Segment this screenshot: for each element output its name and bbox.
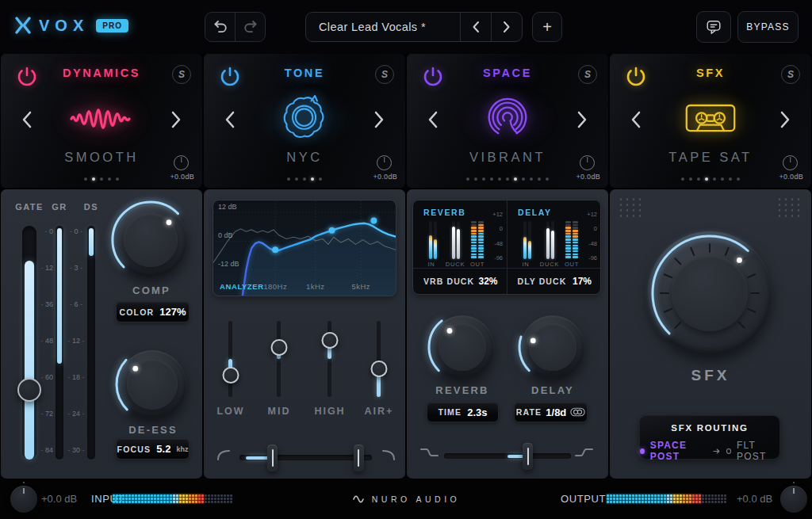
module-rack: DYNAMICS S SMOOTH +0.0dB [0,54,812,479]
dynamics-solo-button[interactable]: S [172,65,191,84]
deess-knob[interactable] [118,350,186,418]
preset-next-button[interactable] [491,13,522,41]
air-label: AIR+ [354,406,404,417]
delay-knob[interactable] [521,315,584,379]
delay-meter-scale: +120-48-96 [581,211,597,261]
reverb-knob[interactable] [431,315,494,379]
top-bar: VOX PRO Clear Lead Vocals * [0,0,812,54]
focus-label: FOCUS [117,445,151,454]
dly-duck-cell[interactable]: DLY DUCK 17% [507,269,601,294]
focus-value-box[interactable]: FOCUS 5.2 khz [116,438,190,460]
dynamics-header: DYNAMICS S SMOOTH +0.0dB [1,54,202,188]
gate-threshold-slider[interactable] [22,226,36,460]
reverb-time-box[interactable]: TIME 2.3s [427,402,499,422]
reverb-meter-scale: +120-48-96 [487,211,503,261]
waveform-icon [1,89,202,149]
bypass-button[interactable]: BYPASS [737,11,799,43]
sfx-routing-box[interactable]: SFX ROUTING SPACE POST FLT POST [639,415,780,460]
dynamics-gain-value: +0.0dB [170,173,194,181]
cassette-tape-icon [610,89,811,149]
flt-post-radio-circle[interactable] [726,448,731,454]
space-solo-button[interactable]: S [578,65,597,84]
input-gain-value: +0.0 dB [41,479,77,519]
delay-label: DELAY [521,384,584,396]
delay-rate-box[interactable]: RATE 1/8d [514,402,588,422]
output-level-meter [607,494,727,504]
vrb-duck-cell[interactable]: VRB DUCK 32% [413,269,507,294]
filter-range-slider[interactable] [239,443,372,473]
tone-gain-knob[interactable] [377,155,392,170]
highpass-handle[interactable] [267,445,278,471]
delay-duck-meter [546,221,550,259]
tone-preset-name[interactable]: NYC [204,150,405,165]
deess-label: DE-ESS [104,424,202,436]
focus-value: 5.2 [156,443,170,455]
output-gain-knob[interactable] [780,486,807,513]
duck-slider[interactable] [444,441,571,471]
redo-button[interactable] [235,13,265,41]
rate-label: RATE [516,407,542,417]
lowpass-handle[interactable] [354,445,364,471]
space-header: SPACE S VIBRANT [407,54,608,188]
deess-meter [87,226,95,460]
space-gain-knob[interactable] [580,155,595,170]
high-slider-handle[interactable] [321,332,338,349]
undo-button[interactable] [205,13,235,41]
comp-knob[interactable] [114,204,187,277]
delay-in-meter [523,221,527,259]
low-band-slider[interactable] [228,321,232,397]
rate-value: 1/8d [546,406,566,418]
sfx-gain-knob[interactable] [783,155,798,170]
gate-meter-label: GATE [15,202,44,212]
gr-meter-label: GR [45,202,74,212]
sfx-preset-name[interactable]: TAPE SAT [610,150,811,165]
reverb-meter-section: REVERB +120-48-96 INDUCKOUT [413,200,507,269]
duck-slider-handle[interactable] [523,443,533,470]
undo-redo-group [205,12,266,42]
delay-meters-title: DELAY [518,208,552,217]
color-value-box[interactable]: COLOR 127% [116,301,190,322]
reverb-label: REVERB [431,384,494,396]
preset-prev-button[interactable] [460,13,491,41]
output-label: OUTPUT [561,479,606,519]
routing-option-flt-post[interactable]: FLT POST [737,440,779,462]
preset-name-field[interactable]: Clear Lead Vocals * [306,13,460,41]
time-label: TIME [438,407,462,417]
mid-slider-handle[interactable] [270,339,287,356]
redo-icon [242,19,259,35]
feedback-button[interactable] [696,11,731,43]
stereo-link-icon [570,407,585,417]
sfx-solo-button[interactable]: S [781,65,800,84]
sfx-amount-knob[interactable] [648,231,772,355]
input-gain-knob[interactable] [10,486,37,513]
comment-icon [705,18,722,36]
mid-band-slider[interactable] [277,321,281,397]
duck-down-icon [420,447,439,461]
highpass-filter-icon [216,448,231,464]
add-preset-button[interactable]: + [532,12,562,42]
svg-text:-12 dB: -12 dB [218,260,239,268]
dynamics-gain-knob[interactable] [174,155,189,170]
dynamics-preset-name[interactable]: SMOOTH [1,150,202,165]
comp-label: COMP [104,284,199,296]
air-slider-handle[interactable] [370,361,387,377]
reverb-out-meter [471,221,477,259]
undo-icon [212,19,229,35]
tone-solo-button[interactable]: S [375,65,394,84]
space-preset-name[interactable]: VIBRANT [407,150,608,165]
eq-analyzer-graph[interactable]: 12 dB0 dB-12 dB180Hz1kHz5kHzANALYZER [213,200,396,296]
svg-text:5kHz: 5kHz [351,282,370,291]
gate-scale: 0123648607284 [36,226,53,460]
high-band-slider[interactable] [327,321,331,397]
tone-header: TONE S NYC [204,54,405,188]
time-value: 2.3s [467,406,487,418]
ripple-spiral-icon [407,89,608,149]
dynamics-panel: GATE GR DS 0123648607284 03612182430 COM… [1,189,202,479]
tone-panel: 12 dB0 dB-12 dB180Hz1kHz5kHzANALYZER LOW… [204,189,405,479]
decor-dot-grid-left [618,197,645,219]
air-band-slider[interactable] [377,321,381,397]
logo-x-icon [14,16,32,35]
low-slider-handle[interactable] [222,367,239,384]
routing-option-space-post[interactable]: SPACE POST [650,440,707,462]
svg-text:0 dB: 0 dB [218,231,233,239]
